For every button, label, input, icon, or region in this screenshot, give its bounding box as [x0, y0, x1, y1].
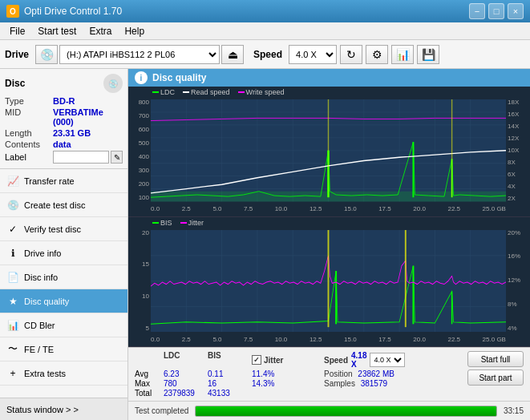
verify-test-disc-icon: ✓ — [6, 223, 19, 236]
sidebar-item-disc-info[interactable]: 📄 Disc info — [0, 265, 127, 289]
status-window-button[interactable]: Status window > > — [0, 398, 127, 420]
sidebar-item-cd-bler[interactable]: 📊 CD Bler — [0, 313, 127, 337]
chart1-legend: LDC Read speed Write speed — [152, 88, 284, 96]
ldc-max: 780 — [164, 379, 208, 388]
sidebar-item-label: Drive info — [24, 248, 61, 258]
menu-start-test[interactable]: Start test — [31, 24, 83, 38]
minimize-button[interactable]: − — [469, 3, 485, 19]
progress-time: 33:15 — [504, 406, 524, 415]
ldc-avg: 6.23 — [164, 370, 208, 378]
stats-header-speed: Speed 4.18 X 4.0 X — [324, 351, 396, 369]
legend-read-speed: Read speed — [183, 88, 230, 96]
menu-extra[interactable]: Extra — [83, 24, 118, 38]
title-bar: O Opti Drive Control 1.70 − □ × — [0, 0, 530, 22]
legend-read-speed-label: Read speed — [191, 88, 230, 96]
menu-file[interactable]: File — [3, 24, 31, 38]
disc-quality-title: Disc quality — [152, 72, 206, 83]
refresh-button[interactable]: ↻ — [340, 45, 362, 64]
disc-length-value: 23.31 GB — [53, 128, 91, 138]
jitter-avg: 11.4% — [252, 370, 324, 378]
sidebar-item-label: Transfer rate — [24, 176, 75, 186]
drive-info-icon: ℹ — [6, 247, 19, 260]
progress-section: Test completed 33:15 — [128, 401, 530, 420]
sidebar-item-extra-tests[interactable]: + Extra tests — [0, 361, 127, 386]
jitter-max: 14.3% — [252, 379, 324, 388]
position-value: 23862 MB — [358, 370, 394, 378]
speed-select[interactable]: 4.0 X — [289, 45, 337, 64]
stats-header-jitter-check: ✓ Jitter — [252, 351, 324, 369]
sidebar: Disc 💿 Type BD-R MID VERBATIMe (000) Len… — [0, 69, 128, 420]
start-part-button[interactable]: Start part — [467, 370, 524, 386]
start-full-button[interactable]: Start full — [467, 351, 524, 367]
disc-label-input[interactable] — [53, 151, 109, 164]
status-window-label: Status window > > — [6, 405, 79, 414]
save-button[interactable]: 💾 — [417, 45, 439, 64]
maximize-button[interactable]: □ — [488, 3, 504, 19]
drive-select[interactable]: (H:) ATAPI iHBS112 2 PL06 — [59, 45, 220, 64]
menu-help[interactable]: Help — [118, 24, 151, 38]
sidebar-item-create-test-disc[interactable]: 💿 Create test disc — [0, 193, 127, 217]
sidebar-item-label: Verify test disc — [24, 224, 81, 234]
chart1-y-axis-right: 18X 16X 14X 12X 10X 8X 6X 4X 2X — [506, 99, 530, 202]
legend-bis-label: BIS — [160, 219, 172, 227]
toolbar: Drive 💿 (H:) ATAPI iHBS112 2 PL06 ⏏ Spee… — [0, 40, 530, 69]
chart-bis: BIS Jitter 20 15 10 5 20% 16% 12% — [128, 217, 530, 348]
charts-container: LDC Read speed Write speed 800 700 600 — [128, 87, 530, 347]
sidebar-item-drive-info[interactable]: ℹ Drive info — [0, 241, 127, 265]
sidebar-item-label: Disc quality — [24, 297, 69, 306]
sidebar-item-disc-quality[interactable]: ★ Disc quality — [0, 289, 127, 313]
stats-header-ldc: LDC — [164, 351, 208, 369]
drive-icon-button[interactable]: 💿 — [35, 45, 58, 64]
settings-button[interactable]: ⚙ — [366, 45, 388, 64]
drive-label: Drive — [5, 49, 29, 60]
legend-write-speed-label: Write speed — [246, 88, 285, 96]
disc-icon: 💿 — [103, 74, 123, 93]
cd-bler-icon: 📊 — [6, 319, 19, 332]
sidebar-item-verify-test-disc[interactable]: ✓ Verify test disc — [0, 217, 127, 241]
chart2-y-axis-right: 20% 16% 12% 8% 4% — [506, 230, 530, 333]
chart-ldc: LDC Read speed Write speed 800 700 600 — [128, 87, 530, 217]
disc-length-label: Length — [5, 128, 53, 138]
legend-jitter: Jitter — [180, 219, 204, 227]
stats-header-jitter: Jitter — [264, 356, 283, 365]
fe-te-icon: 〜 — [6, 343, 19, 356]
disc-contents-row: Contents data — [5, 139, 123, 149]
nav-items: 📈 Transfer rate 💿 Create test disc ✓ Ver… — [0, 169, 127, 398]
sidebar-item-transfer-rate[interactable]: 📈 Transfer rate — [0, 169, 127, 193]
disc-section: Disc 💿 Type BD-R MID VERBATIMe (000) Len… — [0, 69, 127, 169]
disc-mid-value: VERBATIMe (000) — [53, 107, 123, 127]
disc-label-key: Label — [5, 152, 53, 162]
chart2-legend: BIS Jitter — [152, 219, 204, 227]
eject-button[interactable]: ⏏ — [221, 45, 244, 64]
sidebar-item-fe-te[interactable]: 〜 FE / TE — [0, 337, 127, 361]
sidebar-item-label: FE / TE — [24, 345, 54, 354]
sidebar-item-label: Disc info — [24, 273, 58, 282]
disc-label-edit-button[interactable]: ✎ — [111, 151, 123, 164]
disc-type-row: Type BD-R — [5, 96, 123, 106]
samples-value: 381579 — [361, 379, 387, 388]
speed-select-stats[interactable]: 4.0 X — [370, 353, 405, 367]
max-label: Max — [135, 379, 164, 388]
close-button[interactable]: × — [508, 3, 524, 19]
disc-label-row: Label ✎ — [5, 151, 123, 164]
bis-total: 43133 — [208, 389, 252, 398]
window-controls: − □ × — [469, 3, 524, 19]
app-icon: O — [6, 5, 19, 18]
stats-header-bis: BIS — [208, 351, 252, 369]
disc-title: Disc — [5, 78, 25, 89]
disc-quality-icon: ★ — [6, 295, 19, 308]
chart-button[interactable]: 📊 — [391, 45, 414, 64]
main-layout: Disc 💿 Type BD-R MID VERBATIMe (000) Len… — [0, 69, 530, 420]
stats-bar: LDC BIS ✓ Jitter Speed 4.18 X 4.0 X — [128, 347, 530, 401]
jitter-checkbox[interactable]: ✓ — [252, 355, 261, 365]
disc-quality-panel-icon: i — [135, 71, 148, 84]
samples-row: Samples 381579 — [324, 379, 396, 388]
extra-tests-icon: + — [6, 367, 19, 380]
transfer-rate-icon: 📈 — [6, 175, 19, 188]
chart2-y-axis-left: 20 15 10 5 — [128, 230, 151, 333]
disc-mid-label: MID — [5, 107, 53, 127]
disc-contents-value: data — [53, 139, 71, 149]
chart1-y-axis-left: 800 700 600 500 400 300 200 100 — [128, 99, 151, 202]
ldc-total: 2379839 — [164, 389, 208, 398]
bis-avg: 0.11 — [208, 370, 252, 378]
